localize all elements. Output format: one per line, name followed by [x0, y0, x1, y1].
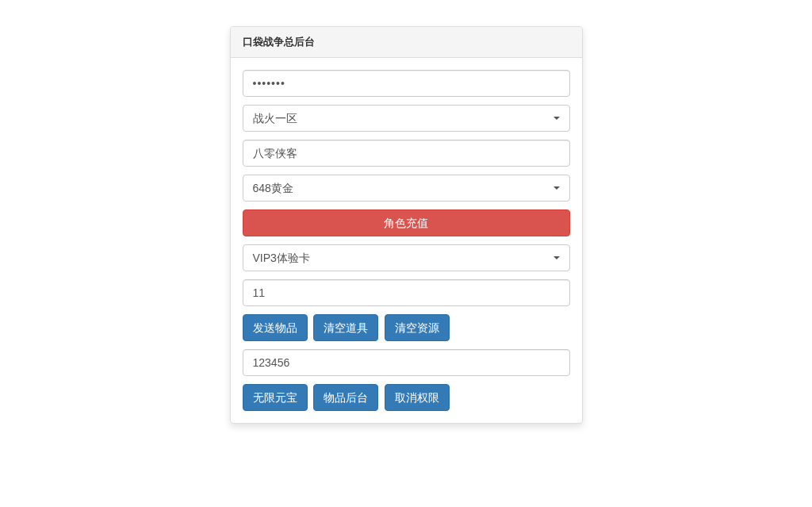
clear-resources-button[interactable]: 清空资源	[385, 314, 450, 341]
quantity-input[interactable]: 11	[243, 279, 570, 306]
server-select-value: 战火一区	[253, 112, 297, 125]
caret-icon	[553, 186, 560, 190]
role-name-input[interactable]: 八零侠客	[243, 140, 570, 167]
caret-icon	[553, 117, 560, 120]
code-input[interactable]: 123456	[243, 349, 570, 376]
recharge-select-value: 648黄金	[253, 182, 293, 194]
caret-icon	[553, 256, 560, 259]
server-select[interactable]: 战火一区	[243, 105, 570, 132]
unlimited-gold-button[interactable]: 无限元宝	[243, 384, 308, 411]
recharge-button[interactable]: 角色充值	[243, 209, 570, 236]
perm-action-row: 无限元宝 物品后台 取消权限	[243, 384, 570, 411]
panel-title: 口袋战争总后台	[231, 27, 582, 58]
item-backend-button[interactable]: 物品后台	[313, 384, 378, 411]
recharge-select[interactable]: 648黄金	[243, 175, 570, 202]
clear-props-button[interactable]: 清空道具	[313, 314, 378, 341]
card-select[interactable]: VIP3体验卡	[243, 244, 570, 271]
admin-panel: 口袋战争总后台 ••••••• 战火一区 八零侠客 648黄金 角色充值 VIP…	[230, 26, 583, 424]
password-field[interactable]: •••••••	[243, 70, 570, 97]
panel-body: ••••••• 战火一区 八零侠客 648黄金 角色充值 VIP3体验卡 11 …	[231, 58, 582, 423]
revoke-perm-button[interactable]: 取消权限	[385, 384, 450, 411]
send-item-button[interactable]: 发送物品	[243, 314, 308, 341]
item-action-row: 发送物品 清空道具 清空资源	[243, 314, 570, 341]
card-select-value: VIP3体验卡	[253, 252, 310, 264]
